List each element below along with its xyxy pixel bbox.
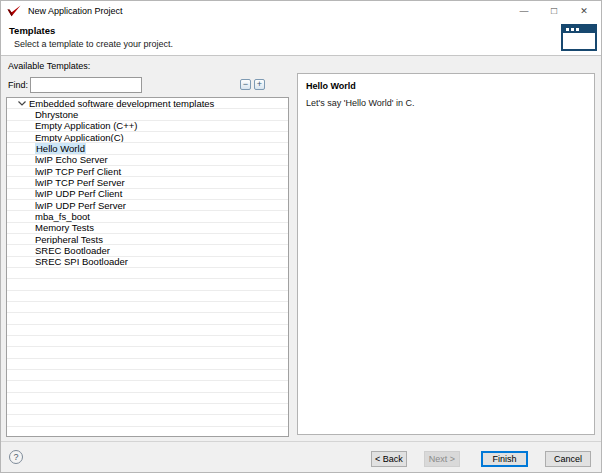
collapse-all-icon[interactable]: − (240, 79, 251, 90)
help-button[interactable]: ? (9, 450, 23, 464)
empty-row[interactable] (7, 427, 288, 437)
wizard-banner-icon (561, 24, 597, 51)
expand-all-icon[interactable]: + (254, 79, 265, 90)
empty-row[interactable] (7, 325, 288, 336)
template-row[interactable]: Empty Application(C) (7, 132, 288, 143)
template-row[interactable]: Dhrystone (7, 109, 288, 120)
maximize-button[interactable]: □ (539, 1, 569, 21)
empty-row[interactable] (7, 313, 288, 324)
close-button[interactable]: ✕ (569, 1, 599, 21)
xilinx-logo-icon (7, 5, 21, 17)
empty-row[interactable] (7, 404, 288, 415)
empty-row[interactable] (7, 370, 288, 381)
button-bar: ? < Back Next > Finish Cancel (1, 442, 601, 472)
template-row[interactable]: SREC SPI Bootloader (7, 257, 288, 268)
template-label: lwIP TCP Perf Client (35, 166, 121, 177)
new-application-project-dialog: New Application Project — □ ✕ Templates … (0, 0, 602, 473)
empty-row[interactable] (7, 381, 288, 392)
template-row[interactable]: SREC Bootloader (7, 245, 288, 256)
template-row[interactable]: Empty Application (C++) (7, 121, 288, 132)
empty-row[interactable] (7, 291, 288, 302)
title-bar[interactable]: New Application Project — □ ✕ (1, 1, 601, 21)
empty-row[interactable] (7, 393, 288, 404)
template-row[interactable]: lwIP TCP Perf Server (7, 177, 288, 188)
template-row[interactable]: lwIP TCP Perf Client (7, 166, 288, 177)
wizard-header: Templates Select a template to create yo… (1, 21, 601, 56)
tree-root-row[interactable]: Embedded software development templates (7, 98, 288, 109)
template-label: Empty Application(C) (35, 132, 124, 143)
template-label: Dhrystone (35, 109, 78, 120)
empty-row[interactable] (7, 415, 288, 426)
template-row[interactable]: mba_fs_boot (7, 211, 288, 222)
template-label: lwIP TCP Perf Server (35, 177, 125, 188)
template-label: Hello World (35, 143, 86, 154)
chevron-down-icon[interactable] (18, 101, 27, 106)
empty-row[interactable] (7, 347, 288, 358)
available-templates-label: Available Templates: (8, 61, 90, 71)
template-label: SREC Bootloader (35, 245, 110, 256)
template-row[interactable]: Memory Tests (7, 223, 288, 234)
empty-row[interactable] (7, 268, 288, 279)
empty-row[interactable] (7, 302, 288, 313)
template-description-panel: Hello World Let's say 'Hello World' in C… (297, 73, 595, 435)
template-row[interactable]: lwIP Echo Server (7, 155, 288, 166)
template-label: SREC SPI Bootloader (35, 257, 128, 268)
template-label: lwIP UDP Perf Client (35, 189, 122, 200)
template-label: mba_fs_boot (35, 211, 90, 222)
minimize-button[interactable]: — (509, 1, 539, 21)
finish-button[interactable]: Finish (481, 451, 528, 467)
empty-row[interactable] (7, 279, 288, 290)
description-text: Let's say 'Hello World' in C. (306, 98, 415, 108)
template-label: Empty Application (C++) (35, 121, 137, 132)
empty-row[interactable] (7, 359, 288, 370)
back-button[interactable]: < Back (371, 451, 407, 467)
next-button: Next > (424, 451, 460, 467)
template-tree[interactable]: Embedded software development templatesD… (6, 97, 289, 437)
window-title: New Application Project (28, 6, 123, 16)
empty-row[interactable] (7, 336, 288, 347)
page-subtitle: Select a template to create your project… (14, 39, 173, 49)
find-label: Find: (8, 80, 28, 90)
template-row[interactable]: Peripheral Tests (7, 234, 288, 245)
tree-root-label: Embedded software development templates (29, 98, 214, 109)
template-label: Memory Tests (35, 223, 94, 234)
description-title: Hello World (306, 81, 356, 91)
cancel-button[interactable]: Cancel (545, 451, 591, 467)
find-input[interactable] (30, 77, 142, 93)
page-title: Templates (9, 25, 55, 36)
template-label: Peripheral Tests (35, 234, 103, 245)
template-row[interactable]: lwIP UDP Perf Client (7, 189, 288, 200)
template-label: lwIP UDP Perf Server (35, 200, 126, 211)
template-row[interactable]: lwIP UDP Perf Server (7, 200, 288, 211)
template-row[interactable]: Hello World (7, 143, 288, 154)
template-label: lwIP Echo Server (35, 155, 108, 166)
